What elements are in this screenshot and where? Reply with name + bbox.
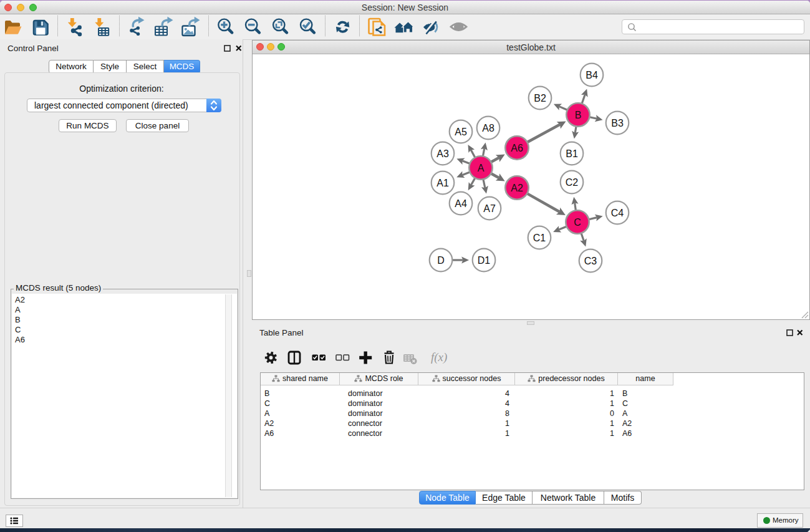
- svg-text:D1: D1: [478, 255, 491, 266]
- svg-text:A1: A1: [436, 178, 449, 188]
- svg-text:A4: A4: [455, 198, 467, 209]
- svg-text:A6: A6: [511, 143, 523, 153]
- svg-text:C4: C4: [611, 208, 624, 218]
- svg-text:A8: A8: [482, 123, 494, 133]
- svg-text:B: B: [575, 110, 582, 120]
- svg-text:C2: C2: [566, 177, 579, 188]
- svg-text:A3: A3: [436, 148, 449, 159]
- svg-text:A: A: [478, 163, 485, 173]
- svg-text:A5: A5: [455, 127, 467, 137]
- svg-text:C: C: [574, 217, 581, 228]
- svg-text:D: D: [437, 255, 445, 266]
- svg-text:B2: B2: [534, 93, 546, 104]
- svg-text:B4: B4: [586, 70, 598, 80]
- svg-text:B3: B3: [611, 118, 624, 128]
- svg-text:C3: C3: [584, 256, 597, 266]
- svg-text:A7: A7: [483, 203, 496, 214]
- svg-text:C1: C1: [533, 233, 546, 243]
- svg-text:B1: B1: [566, 148, 578, 159]
- svg-text:A2: A2: [511, 183, 523, 193]
